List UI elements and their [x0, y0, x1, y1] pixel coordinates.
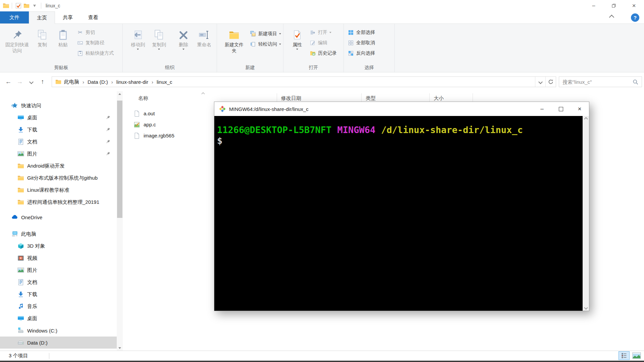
terminal-scrollbar[interactable] — [583, 116, 589, 311]
sidebar-item[interactable]: 图片 — [0, 264, 117, 276]
window-close-button[interactable]: × — [624, 0, 644, 11]
sidebar-item[interactable]: 音乐 — [0, 300, 117, 312]
folder-icon — [17, 187, 24, 193]
sidebar-item[interactable]: 快速访问 — [0, 100, 117, 112]
easy-access-button[interactable]: 轻松访问 — [250, 39, 281, 49]
sidebar-item[interactable]: Android驱动开发 — [0, 160, 117, 172]
quick-access-icon — [11, 102, 18, 109]
delete-button[interactable]: 删除 — [174, 26, 193, 51]
sidebar-item[interactable]: 文档 — [0, 276, 117, 288]
thumbnail-view-button[interactable] — [631, 351, 642, 360]
paste-shortcut-icon — [77, 50, 83, 56]
breadcrumb-separator-icon[interactable]: › — [152, 79, 153, 85]
breadcrumb-item[interactable]: Data (D:) — [88, 79, 108, 85]
terminal-close-button[interactable]: × — [570, 102, 589, 116]
sidebar-item-label: Linux课程教学标准 — [27, 187, 69, 193]
sidebar-item[interactable]: Data (D:) — [0, 337, 117, 349]
help-button[interactable]: ? — [631, 13, 639, 22]
breadcrumb-item[interactable]: linux-share-dir — [116, 79, 148, 85]
sidebar-item[interactable]: 文档 — [0, 136, 117, 148]
prompt-path: /d/linux-share-dir/linux_c — [381, 125, 523, 135]
tab-view[interactable]: 查看 — [80, 11, 106, 23]
select-all-icon — [348, 29, 354, 36]
windows-drive-icon — [17, 327, 24, 334]
sidebar-item[interactable]: 桌面 — [0, 312, 117, 324]
terminal-maximize-button[interactable] — [551, 102, 570, 116]
window-restore-button[interactable] — [604, 0, 624, 11]
terminal-screen[interactable]: 11266@DESKTOP-L5B7NFTMINGW64/d/linux-sha… — [214, 116, 589, 311]
sidebar-item[interactable]: Linux课程教学标准 — [0, 184, 117, 196]
folder-icon — [17, 175, 24, 181]
details-view-button[interactable] — [619, 351, 630, 360]
breadcrumb-separator-icon[interactable]: › — [83, 79, 84, 85]
sidebar-item-label: Data (D:) — [27, 340, 48, 346]
tab-share[interactable]: 共享 — [55, 11, 80, 23]
sidebar-item[interactable]: 视频 — [0, 252, 117, 264]
rename-button[interactable]: 重命名 — [193, 26, 215, 48]
search-input[interactable] — [559, 79, 629, 85]
sidebar-item[interactable]: 进程间通信单独文档整理_20191 — [0, 196, 117, 208]
copy-button[interactable]: 复制 — [32, 26, 52, 48]
cut-button[interactable]: ✂ 剪切 — [77, 27, 114, 38]
quick-access-properties-button[interactable] — [14, 2, 22, 10]
sidebar-item[interactable]: OneDrive — [0, 211, 117, 223]
scroll-down-icon[interactable] — [117, 345, 123, 351]
invert-selection-button[interactable]: 反向选择 — [348, 48, 375, 58]
button-label: 重命名 — [197, 42, 211, 48]
sidebar-item[interactable]: 图片 — [0, 148, 117, 160]
sidebar-item[interactable]: 3D 对象 — [0, 240, 117, 252]
ribbon-group-label: 选择 — [344, 64, 394, 72]
tab-file[interactable]: 文件 — [0, 11, 29, 23]
sidebar-item[interactable]: 此电脑 — [0, 228, 117, 240]
terminal-prompt-line: 11266@DESKTOP-L5B7NFTMINGW64/d/linux-sha… — [217, 125, 579, 135]
sidebar-item[interactable]: Git分布式版本控制系统与github — [0, 172, 117, 184]
scroll-down-icon[interactable] — [583, 305, 589, 311]
window-minimize-button[interactable]: – — [584, 0, 604, 11]
recent-locations-button[interactable] — [25, 77, 37, 87]
customize-quick-access-button[interactable] — [31, 2, 39, 10]
up-button[interactable]: ↑ — [37, 77, 48, 87]
sidebar-item[interactable]: 下载 — [0, 288, 117, 300]
open-button[interactable]: 打开 — [310, 27, 337, 38]
sidebar-item[interactable]: 下载 — [0, 124, 117, 136]
select-all-button[interactable]: 全部选择 — [348, 27, 375, 38]
quick-access-new-folder-button[interactable] — [22, 2, 31, 10]
properties-button[interactable]: 属性 — [287, 26, 307, 51]
breadcrumb-separator-icon[interactable]: › — [111, 79, 113, 85]
button-label: 反向选择 — [356, 50, 375, 56]
ribbon-group-label: 剪贴板 — [0, 64, 122, 72]
address-row: ← → ↑ 此电脑›Data (D:)›linux-share-dir›linu… — [0, 72, 644, 91]
copy-to-button[interactable]: 复制到 — [149, 26, 170, 51]
forward-button[interactable]: → — [14, 77, 25, 87]
scroll-up-icon[interactable] — [583, 116, 589, 122]
address-bar[interactable]: 此电脑›Data (D:)›linux-share-dir›linux_c — [52, 76, 556, 87]
select-none-button[interactable]: 全部取消 — [348, 38, 375, 48]
new-item-button[interactable]: 新建项目 — [250, 28, 281, 39]
mintty-terminal-window[interactable]: MINGW64:/d/linux-share-dir/linux_c – × 1… — [214, 102, 589, 311]
sidebar-scrollbar[interactable] — [117, 91, 123, 351]
copy-path-button[interactable]: 复制路径 — [77, 38, 114, 48]
explorer-titlebar: linux_c – × — [0, 0, 644, 11]
move-to-button[interactable]: 移动到 — [127, 26, 149, 51]
sidebar-item[interactable]: Windows (C:) — [0, 324, 117, 337]
pin-to-quick-access-button[interactable]: 固定到快速访问 — [2, 26, 32, 54]
scrollbar-thumb[interactable] — [117, 101, 122, 218]
edit-button[interactable]: 编辑 — [310, 38, 337, 48]
paste-button[interactable]: 粘贴 — [52, 26, 74, 48]
collapse-ribbon-button[interactable] — [610, 14, 613, 20]
terminal-titlebar[interactable]: MINGW64:/d/linux-share-dir/linux_c – × — [214, 102, 589, 116]
back-button[interactable]: ← — [3, 77, 14, 87]
address-dropdown-button[interactable] — [535, 77, 545, 87]
sidebar-item[interactable]: 桌面 — [0, 112, 117, 124]
terminal-minimize-button[interactable]: – — [533, 102, 551, 116]
scroll-up-icon[interactable] — [117, 91, 123, 97]
history-button[interactable]: 历史记录 — [310, 48, 337, 58]
new-folder-button[interactable]: 新建文件夹 — [222, 26, 247, 54]
tab-home[interactable]: 主页 — [29, 11, 55, 24]
dropdown-arrow-icon — [279, 44, 281, 45]
breadcrumb-item[interactable]: linux_c — [157, 79, 172, 85]
refresh-button[interactable] — [545, 77, 556, 87]
terminal-title: MINGW64:/d/linux-share-dir/linux_c — [229, 106, 533, 112]
paste-shortcut-button[interactable]: 粘贴快捷方式 — [77, 48, 114, 58]
breadcrumb-item[interactable]: 此电脑 — [64, 79, 79, 85]
